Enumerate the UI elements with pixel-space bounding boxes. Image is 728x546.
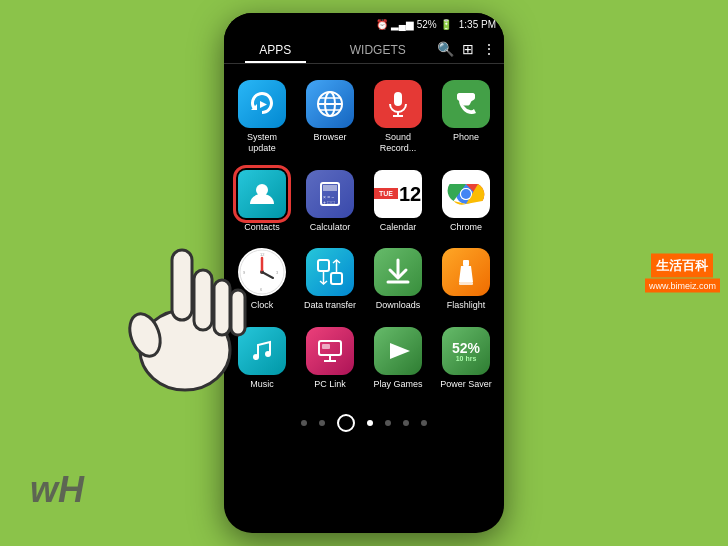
app-chrome[interactable]: Chrome: [432, 162, 500, 241]
svg-rect-38: [322, 344, 330, 349]
tab-widgets[interactable]: WIDGETS: [327, 35, 430, 63]
app-label-calendar: Calendar: [380, 222, 417, 233]
svg-rect-32: [459, 282, 473, 285]
alarm-icon: ⏰: [376, 19, 388, 30]
search-icon[interactable]: 🔍: [437, 41, 454, 57]
home-circle[interactable]: [337, 414, 355, 432]
svg-rect-42: [172, 250, 192, 320]
svg-point-41: [124, 310, 165, 361]
svg-text:+ □ □: + □ □: [323, 199, 335, 205]
wh-watermark: wH: [30, 469, 84, 511]
app-label-data-transfer: Data transfer: [304, 300, 356, 311]
app-label-downloads: Downloads: [376, 300, 421, 311]
app-phone[interactable]: Phone: [432, 72, 500, 162]
app-power-saver[interactable]: 52% 10 hrs Power Saver: [432, 319, 500, 398]
nav-dot-5: [403, 420, 409, 426]
svg-rect-5: [394, 92, 402, 106]
app-label-calculator: Calculator: [310, 222, 351, 233]
svg-point-40: [140, 310, 230, 390]
svg-rect-26: [331, 273, 342, 284]
app-label-phone: Phone: [453, 132, 479, 143]
svg-rect-10: [323, 185, 337, 191]
svg-text:12: 12: [260, 252, 265, 257]
time-display: 1:35 PM: [459, 19, 496, 30]
nav-dot-2: [319, 420, 325, 426]
app-label-play-games: Play Games: [373, 379, 422, 390]
app-label-music: Music: [250, 379, 274, 390]
app-data-transfer[interactable]: Data transfer: [296, 240, 364, 319]
app-pc-link[interactable]: PC Link: [296, 319, 364, 398]
phone-container: ⏰ ▂▄▆ 52% 🔋 1:35 PM APPS WIDGETS 🔍 ⊞ ⋮: [224, 13, 504, 533]
battery-percent: 52%: [417, 19, 437, 30]
app-label-chrome: Chrome: [450, 222, 482, 233]
bottom-nav: [224, 406, 504, 440]
app-label-clock: Clock: [251, 300, 274, 311]
grid-icon[interactable]: ⊞: [462, 41, 474, 57]
nav-dot-6: [421, 420, 427, 426]
app-play-games[interactable]: Play Games: [364, 319, 432, 398]
app-calendar[interactable]: TUE 12 Calendar: [364, 162, 432, 241]
signal-bars: ▂▄▆: [391, 19, 414, 30]
app-label-power-saver: Power Saver: [440, 379, 492, 390]
app-label-browser: Browser: [313, 132, 346, 143]
svg-point-16: [461, 189, 471, 199]
app-flashlight[interactable]: Flashlight: [432, 240, 500, 319]
svg-rect-43: [194, 270, 212, 330]
nav-dot-1: [301, 420, 307, 426]
svg-point-34: [265, 351, 271, 357]
app-system-update[interactable]: System update: [228, 72, 296, 162]
app-label-flashlight: Flashlight: [447, 300, 486, 311]
battery-icon: 🔋: [440, 19, 452, 30]
tab-bar: APPS WIDGETS 🔍 ⊞ ⋮: [224, 35, 504, 64]
svg-point-33: [253, 354, 259, 360]
nav-dot-4: [385, 420, 391, 426]
svg-rect-30: [463, 260, 469, 266]
app-label-contacts: Contacts: [244, 222, 280, 233]
app-downloads[interactable]: Downloads: [364, 240, 432, 319]
svg-rect-25: [318, 260, 329, 271]
svg-marker-39: [390, 343, 410, 359]
nav-dot-3: [367, 420, 373, 426]
chinese-watermark: 生活百科 www.bimeiz.com: [645, 254, 720, 293]
app-contacts[interactable]: Contacts: [228, 162, 296, 241]
app-calculator[interactable]: × = − + □ □ Calculator: [296, 162, 364, 241]
svg-marker-31: [459, 266, 473, 282]
app-label-system-update: System update: [232, 132, 292, 154]
app-browser[interactable]: Browser: [296, 72, 364, 162]
more-icon[interactable]: ⋮: [482, 41, 496, 57]
app-label-sound-record: Sound Record...: [368, 132, 428, 154]
status-bar: ⏰ ▂▄▆ 52% 🔋 1:35 PM: [224, 13, 504, 35]
tab-apps[interactable]: APPS: [224, 35, 327, 63]
app-grid: System update Browser: [224, 64, 504, 406]
app-clock[interactable]: 12 3 6 9 Clock: [228, 240, 296, 319]
app-music[interactable]: Music: [228, 319, 296, 398]
app-label-pc-link: PC Link: [314, 379, 346, 390]
app-sound-record[interactable]: Sound Record...: [364, 72, 432, 162]
